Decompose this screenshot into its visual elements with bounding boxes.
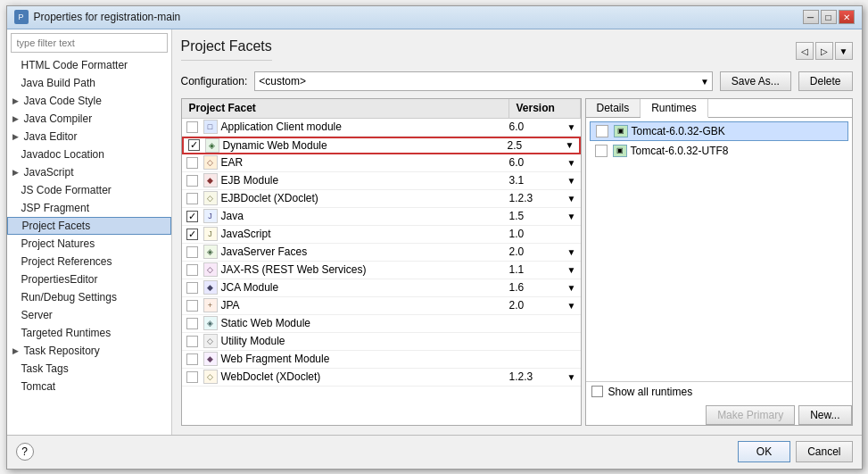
facet-checkbox[interactable]	[186, 352, 200, 366]
sidebar-item[interactable]: ▶JavaScript	[7, 163, 171, 181]
facet-version-dropdown-icon[interactable]: ▼	[563, 247, 581, 257]
facet-row[interactable]: ✓JJava1.5▼	[182, 208, 581, 226]
facet-row[interactable]: ◆JCA Module1.6▼	[182, 279, 581, 297]
facet-row[interactable]: ◈Static Web Module	[182, 315, 581, 333]
facet-name-label: Application Client module	[221, 121, 509, 133]
facet-type-icon: ◇	[203, 334, 218, 348]
sidebar-item[interactable]: Javadoc Location	[7, 146, 171, 163]
sidebar-item-label: Java Compiler	[24, 112, 93, 125]
sidebar-item[interactable]: ▶Java Compiler	[7, 110, 171, 128]
delete-button[interactable]: Delete	[798, 71, 853, 91]
facet-name-label: Static Web Module	[221, 317, 509, 329]
sidebar-item[interactable]: Run/Debug Settings	[7, 288, 171, 306]
config-select-wrapper: <custom> ▼	[254, 71, 713, 91]
back-button[interactable]: ◁	[796, 42, 814, 60]
facet-name-label: Utility Module	[221, 335, 509, 347]
facet-row[interactable]: ◆EJB Module3.1▼	[182, 172, 581, 190]
facet-checkbox[interactable]	[186, 370, 200, 384]
cancel-button[interactable]: Cancel	[796, 441, 852, 462]
facet-row[interactable]: ◇WebDoclet (XDoclet)1.2.3▼	[182, 369, 581, 387]
facet-checkbox[interactable]	[186, 120, 200, 134]
facet-checkbox[interactable]	[186, 155, 200, 170]
sidebar-item[interactable]: ▶Java Editor	[7, 128, 171, 146]
facet-checkbox[interactable]: ✓	[186, 209, 200, 223]
runtime-checkbox[interactable]	[595, 145, 608, 157]
facet-checkbox[interactable]	[186, 298, 200, 312]
facet-row[interactable]: □Application Client module6.0▼	[182, 119, 581, 137]
sidebar-item[interactable]: Task Tags	[7, 360, 171, 378]
sidebar-item[interactable]: ▶Java Code Style	[7, 92, 171, 110]
sidebar-item[interactable]: Project References	[7, 253, 171, 270]
sidebar-item[interactable]: JS Code Formatter	[7, 181, 171, 199]
facet-name-label: JavaServer Faces	[221, 245, 509, 258]
sidebar-item[interactable]: PropertiesEditor	[7, 270, 171, 288]
close-button[interactable]: ✕	[839, 10, 855, 24]
facet-checkbox[interactable]	[186, 280, 200, 295]
facet-version-dropdown-icon[interactable]: ▼	[563, 212, 581, 221]
facet-version-dropdown-icon[interactable]: ▼	[563, 122, 581, 132]
facet-row[interactable]: ◇JAX-RS (REST Web Services)1.1▼	[182, 262, 581, 279]
facet-name-label: Dynamic Web Module	[223, 139, 508, 152]
facet-name-label: EJB Module	[221, 174, 509, 187]
maximize-button[interactable]: □	[821, 10, 837, 24]
sidebar-item[interactable]: ▶Task Repository	[7, 342, 171, 360]
facet-version-dropdown-icon[interactable]: ▼	[563, 176, 581, 186]
sidebar-item[interactable]: Tomcat	[7, 378, 171, 395]
expand-arrow-icon: ▶	[12, 346, 19, 355]
facet-row[interactable]: ◆Web Fragment Module	[182, 351, 581, 369]
content-area: HTML Code FormatterJava Build Path▶Java …	[7, 29, 862, 435]
sidebar-item[interactable]: Project Facets	[7, 217, 171, 235]
config-select[interactable]: <custom>	[254, 71, 713, 91]
facet-version-dropdown-icon[interactable]: ▼	[563, 372, 581, 382]
col-header-version: Version	[509, 99, 581, 118]
tab-details[interactable]: Details	[586, 99, 641, 117]
filter-input[interactable]	[11, 33, 168, 53]
facet-checkbox[interactable]	[186, 173, 200, 187]
facet-checkbox[interactable]	[186, 316, 200, 330]
facet-version-dropdown-icon[interactable]: ▼	[563, 158, 581, 168]
facet-version-label: 2.0	[509, 299, 563, 312]
runtime-server-icon: ▣	[613, 145, 627, 157]
facet-checkbox[interactable]	[186, 262, 200, 277]
facet-row[interactable]: +JPA2.0▼	[182, 297, 581, 315]
facet-version-dropdown-icon[interactable]: ▼	[563, 283, 581, 293]
facet-version-dropdown-icon[interactable]: ▼	[563, 265, 581, 275]
sidebar-item[interactable]: HTML Code Formatter	[7, 56, 171, 74]
facet-row[interactable]: ◇EAR6.0▼	[182, 154, 581, 172]
sidebar-item[interactable]: Java Build Path	[7, 74, 171, 92]
facet-version-label: 1.2.3	[509, 370, 563, 383]
runtime-item[interactable]: ▣Tomcat-6.0.32-GBK	[590, 121, 848, 141]
runtime-checkbox[interactable]	[596, 125, 608, 137]
facet-checkbox[interactable]: ✓	[187, 138, 202, 153]
sidebar-item[interactable]: Project Natures	[7, 235, 171, 253]
save-as-button[interactable]: Save As...	[720, 71, 791, 91]
facet-version-dropdown-icon[interactable]: ▼	[563, 194, 581, 204]
facet-checkbox[interactable]	[186, 191, 200, 205]
show-all-checkbox[interactable]	[591, 386, 603, 397]
facet-row[interactable]: ✓◈Dynamic Web Module2.5▼	[182, 137, 581, 154]
dropdown-nav-button[interactable]: ▼	[835, 42, 853, 60]
tab-runtimes[interactable]: Runtimes	[641, 99, 708, 118]
facet-row[interactable]: ◈JavaServer Faces2.0▼	[182, 244, 581, 262]
sidebar-item[interactable]: Server	[7, 306, 171, 324]
facet-checkbox[interactable]: ✓	[186, 227, 200, 241]
sidebar-item[interactable]: JSP Fragment	[7, 199, 171, 217]
facet-row[interactable]: ✓JJavaScript1.0	[182, 226, 581, 244]
facet-type-icon: ◈	[203, 245, 218, 259]
facet-version-dropdown-icon[interactable]: ▼	[561, 140, 579, 150]
minimize-button[interactable]: ─	[803, 10, 819, 24]
help-button[interactable]: ?	[16, 443, 34, 461]
forward-button[interactable]: ▷	[815, 42, 833, 60]
facet-checkbox[interactable]	[186, 334, 200, 348]
sidebar-item-label: Java Build Path	[21, 77, 95, 89]
facet-row[interactable]: ◇Utility Module	[182, 333, 581, 351]
window-title: Properties for registration-main	[34, 11, 181, 23]
new-runtime-button[interactable]: New...	[798, 405, 851, 425]
facet-checkbox[interactable]	[186, 245, 200, 259]
make-primary-button[interactable]: Make Primary	[706, 405, 795, 425]
sidebar-item[interactable]: Targeted Runtimes	[7, 324, 171, 342]
facet-row[interactable]: ◇EJBDoclet (XDoclet)1.2.3▼	[182, 190, 581, 208]
facet-version-dropdown-icon[interactable]: ▼	[563, 301, 581, 311]
runtime-item[interactable]: ▣Tomcat-6.0.32-UTF8	[590, 141, 848, 161]
ok-button[interactable]: OK	[738, 441, 790, 462]
